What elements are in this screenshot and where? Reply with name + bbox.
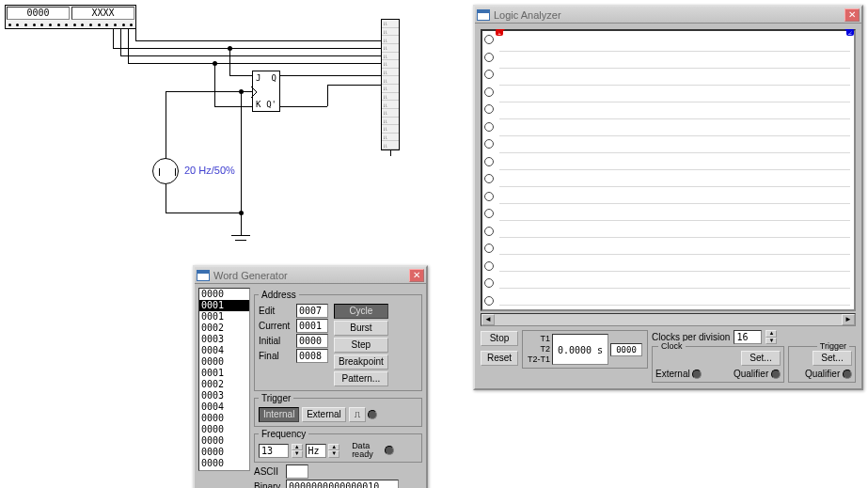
time-labels: T1 T2 T2-T1 [528,334,550,365]
initial-input[interactable]: 0000 [296,334,328,348]
frequency-spinner[interactable]: ▲▼ [292,444,303,458]
scroll-left-icon[interactable]: ◄ [481,314,495,325]
word-list-item[interactable]: 0000 [199,356,249,368]
analyzer-display[interactable]: 1 2 [481,29,856,311]
data-ready-led [385,446,394,455]
word-list-item[interactable]: 0000 [199,413,249,424]
trigger-group-legend: Trigger [817,341,849,351]
scroll-right-icon[interactable]: ► [842,314,855,325]
trigger-internal-button[interactable]: Internal [259,407,299,422]
trigger-group: Trigger Internal External ⎍ [254,393,422,427]
analyzer-scrollbar[interactable]: ◄ ► [481,313,856,326]
analyzer-channel-terminals [484,35,496,306]
channel-terminal [484,157,494,166]
word-list-item[interactable]: 0000 [199,447,249,458]
clock-qualifier-led [771,370,781,379]
word-list-item[interactable]: 0002 [199,379,249,390]
channel-terminal [484,139,494,149]
word-list-item[interactable]: 0000 [199,289,249,300]
clock-external-label: External [655,369,690,379]
logic-analyzer-titlebar[interactable]: Logic Analyzer ✕ [475,7,861,24]
initial-label: Initial [259,336,296,346]
clock-group-legend: Clock [658,341,686,351]
word-list-item[interactable]: 0002 [199,323,249,334]
circuit-schematic: 0000 XXXX J Q K Q' 20 Hz/50% [0,0,470,263]
logic-analyzer-title: Logic Analyzer [494,9,844,21]
channel-terminal [484,192,494,201]
trigger-qualifier-led [843,370,852,379]
ascii-input[interactable] [286,464,308,479]
clocks-per-div-spinner[interactable]: ▲▼ [765,330,777,344]
trigger-set-button[interactable]: Set... [813,351,852,366]
word-generator-title: Word Generator [213,270,409,281]
channel-terminal [484,209,494,218]
frequency-unit-spinner[interactable]: ▲▼ [328,444,339,458]
cycle-button[interactable]: Cycle [334,304,388,319]
channel-terminal [484,122,494,132]
binary-label: Binary [254,481,286,488]
channel-terminal [484,87,494,97]
data-ready-label: Data ready [352,442,382,459]
channel-terminal [484,261,494,271]
word-list-item[interactable]: 0004 [199,345,249,356]
close-icon[interactable]: ✕ [409,269,424,282]
clock-source [152,158,179,184]
channel-terminal [484,174,494,183]
clock-qualifier-label: Qualifier [734,369,768,379]
clocks-per-div-input[interactable]: 16 [734,330,762,344]
address-group: Address Edit0007 Current0001 Initial0000… [254,290,422,391]
channel-terminal [484,53,494,62]
word-list-item[interactable]: 0001 [199,300,249,311]
edit-label: Edit [259,306,296,316]
frequency-input[interactable]: 13 [259,444,289,458]
trigger-led [368,410,377,419]
frequency-group: Frequency 13 ▲▼ Hz ▲▼ Data ready [254,429,422,463]
jk-k-label: K [256,100,260,109]
trigger-edge-button[interactable]: ⎍ [349,407,366,422]
current-label: Current [259,321,296,331]
final-input[interactable]: 0008 [296,349,328,363]
window-icon [197,270,210,281]
clock-set-button[interactable]: Set... [741,351,781,366]
binary-input[interactable]: 0000000000000010 [286,480,399,488]
trigger-external-button[interactable]: External [302,407,346,422]
word-generator-window: Word Generator ✕ 00000001000100020003000… [193,265,428,488]
analyzer-grid [499,35,850,306]
word-list-item[interactable]: 0003 [199,390,249,401]
stop-button[interactable]: Stop [481,331,518,346]
word-list-item[interactable]: 0001 [199,311,249,323]
clock-source-label: 20 Hz/50% [184,165,235,176]
trigger-legend: Trigger [259,393,293,403]
edit-input[interactable]: 0007 [296,304,328,318]
word-list-item[interactable]: 0000 [199,424,249,435]
step-button[interactable]: Step [334,338,388,353]
frequency-unit-select[interactable]: Hz [306,444,326,458]
jk-flipflop: J Q K Q' [252,71,280,112]
current-input[interactable]: 0001 [296,319,328,333]
word-list-item[interactable]: 0000 [199,458,249,469]
analyzer-connector: ⎍⎍⎍⎍ ⎍⎍⎍⎍ ⎍⎍⎍⎍ ⎍⎍⎍⎍ [381,19,400,150]
pattern-button[interactable]: Pattern... [334,371,388,386]
channel-terminal [484,278,494,288]
word-list-item[interactable]: 0003 [199,334,249,345]
close-icon[interactable]: ✕ [844,8,860,22]
breakpoint-button[interactable]: Breakpoint [334,354,388,370]
frequency-legend: Frequency [259,429,308,439]
channel-terminal [484,70,494,79]
word-list-item[interactable]: 0000 [199,435,249,447]
reset-button[interactable]: Reset [481,351,518,366]
word-list[interactable]: 0000000100010002000300040000000100020003… [198,288,250,471]
word-list-item[interactable]: 0004 [199,401,249,413]
word-display-right: XXXX [71,7,134,20]
word-generator-titlebar[interactable]: Word Generator ✕ [195,267,426,284]
ground-symbol [231,235,250,248]
word-list-item[interactable]: 0001 [199,368,249,379]
channel-terminal [484,35,494,44]
final-label: Final [259,351,296,361]
channel-terminal [484,244,494,253]
time-small-readout: 0000 [610,343,642,356]
jk-j-label: J [256,73,260,83]
logic-analyzer-window: Logic Analyzer ✕ 1 2 ◄ ► Stop Reset T1 T… [473,5,863,390]
jk-qn-label: Q' [266,100,276,109]
burst-button[interactable]: Burst [334,321,388,336]
